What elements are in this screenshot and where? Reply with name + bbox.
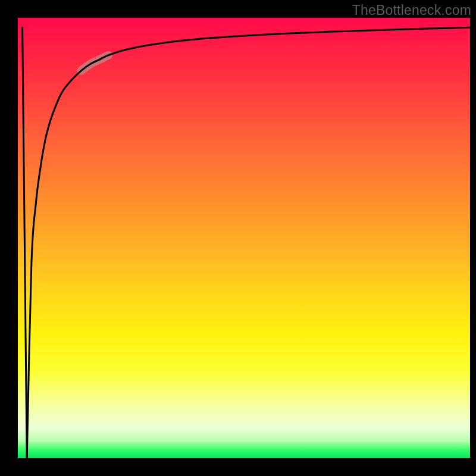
leading-dip (23, 27, 27, 458)
chart-svg (18, 18, 470, 458)
watermark-text: TheBottleneck.com (352, 2, 471, 18)
bottleneck-curve (27, 27, 470, 458)
chart-frame: TheBottleneck.com (0, 0, 476, 476)
